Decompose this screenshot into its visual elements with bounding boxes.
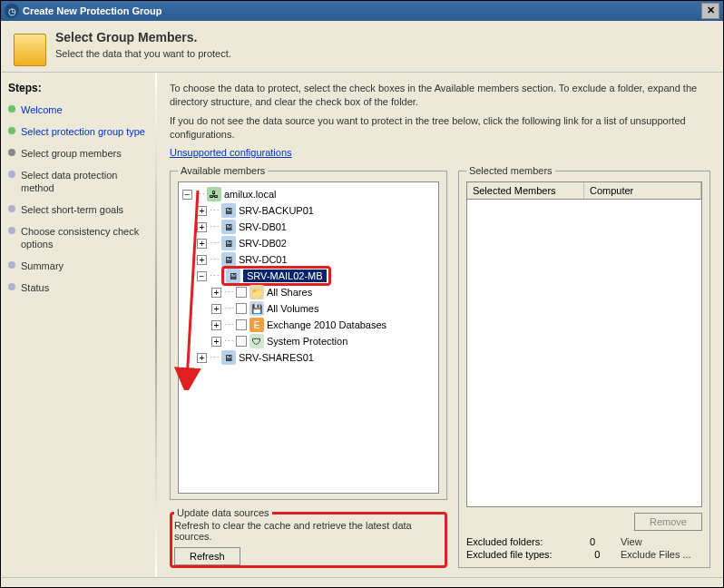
expand-icon[interactable]: − bbox=[182, 190, 192, 200]
tree-view[interactable]: −⋯🖧amilux.local+⋯🖥SRV-BACKUP01+⋯🖥SRV-DB0… bbox=[178, 181, 439, 494]
refresh-button[interactable]: Refresh bbox=[174, 547, 240, 565]
step-2: Select group members bbox=[21, 147, 122, 160]
intro-text-2: If you do not see the data source you wa… bbox=[170, 114, 710, 142]
exclude-files-link[interactable]: Exclude Files ... bbox=[621, 549, 702, 560]
checkbox[interactable] bbox=[236, 287, 247, 298]
step-0[interactable]: Welcome bbox=[21, 103, 63, 116]
step-7: Status bbox=[21, 281, 49, 294]
excluded-folders-count: 0 bbox=[568, 536, 595, 547]
checkbox[interactable] bbox=[236, 303, 247, 314]
server-icon: 🖥 bbox=[221, 350, 236, 365]
steps-sidebar: Steps: WelcomeSelect protection group ty… bbox=[1, 73, 155, 577]
tree-node[interactable]: SRV-BACKUP01 bbox=[239, 205, 314, 216]
tree-node[interactable]: SRV-DB01 bbox=[239, 221, 287, 232]
expand-icon[interactable]: − bbox=[197, 271, 207, 281]
expand-icon[interactable]: + bbox=[197, 222, 207, 232]
view-excluded-link[interactable]: View bbox=[621, 536, 702, 547]
sys-icon: 🛡 bbox=[249, 334, 264, 348]
expand-icon[interactable]: + bbox=[211, 320, 221, 330]
remove-button: Remove bbox=[634, 513, 702, 531]
checkbox[interactable] bbox=[236, 319, 247, 330]
update-text: Refresh to clear the cache and retrieve … bbox=[174, 520, 443, 542]
server-icon: 🖥 bbox=[221, 203, 236, 218]
expand-icon[interactable]: + bbox=[211, 288, 221, 298]
tree-node[interactable]: amilux.local bbox=[224, 189, 276, 200]
update-legend: Update data sources bbox=[174, 507, 272, 518]
excluded-types-label: Excluded file types: bbox=[466, 549, 553, 560]
window-title: Create New Protection Group bbox=[23, 5, 701, 16]
step-3: Select data protection method bbox=[21, 169, 148, 194]
tree-node[interactable]: All Volumes bbox=[267, 303, 318, 314]
tree-node[interactable]: SRV-SHARES01 bbox=[239, 352, 314, 363]
checkbox[interactable] bbox=[236, 336, 247, 347]
update-sources-box: Update data sources Refresh to clear the… bbox=[170, 507, 447, 568]
step-5: Choose consistency check options bbox=[21, 225, 148, 250]
exch-icon: E bbox=[249, 318, 264, 332]
available-legend: Available members bbox=[178, 165, 268, 176]
server-icon: 🖥 bbox=[221, 252, 236, 267]
tree-node[interactable]: System Protection bbox=[267, 336, 347, 347]
page-subtitle: Select the data that you want to protect… bbox=[55, 48, 231, 59]
page-header: Select Group Members. Select the data th… bbox=[1, 21, 723, 73]
tree-node[interactable]: Exchange 2010 Databases bbox=[267, 319, 386, 330]
expand-icon[interactable]: + bbox=[197, 353, 207, 363]
excluded-folders-label: Excluded folders: bbox=[466, 536, 543, 547]
intro-text-1: To choose the data to protect, select th… bbox=[170, 82, 710, 109]
vol-icon: 💾 bbox=[249, 301, 264, 316]
excluded-types-count: 0 bbox=[572, 549, 600, 560]
server-icon: 🖥 bbox=[221, 236, 236, 250]
expand-icon[interactable]: + bbox=[211, 337, 221, 347]
col-selected[interactable]: Selected Members bbox=[467, 182, 584, 199]
col-computer[interactable]: Computer bbox=[584, 182, 701, 199]
server-icon: 🖥 bbox=[226, 269, 240, 283]
page-title: Select Group Members. bbox=[55, 30, 231, 44]
tree-node[interactable]: All Shares bbox=[267, 287, 312, 298]
wizard-footer: < Back Next > Cancel Help bbox=[1, 577, 723, 588]
step-4: Select short-term goals bbox=[21, 203, 123, 216]
share-icon: 📁 bbox=[249, 285, 264, 299]
expand-icon[interactable]: + bbox=[197, 255, 207, 265]
folder-icon bbox=[14, 34, 46, 66]
tree-node-selected[interactable]: SRV-MAIL02-MB bbox=[243, 270, 327, 282]
selected-members-table[interactable]: Selected Members Computer bbox=[466, 181, 702, 507]
titlebar: ◷ Create New Protection Group ✕ bbox=[1, 1, 723, 21]
server-icon: 🖥 bbox=[221, 220, 236, 234]
selected-legend: Selected members bbox=[466, 165, 555, 176]
close-button[interactable]: ✕ bbox=[701, 3, 719, 19]
tree-node[interactable]: SRV-DC01 bbox=[239, 254, 288, 265]
domain-icon: 🖧 bbox=[207, 187, 221, 201]
app-icon: ◷ bbox=[5, 4, 19, 18]
steps-heading: Steps: bbox=[8, 82, 148, 94]
step-1[interactable]: Select protection group type bbox=[21, 125, 145, 138]
expand-icon[interactable]: + bbox=[197, 206, 207, 216]
expand-icon[interactable]: + bbox=[197, 239, 207, 249]
unsupported-config-link[interactable]: Unsupported configurations bbox=[170, 147, 710, 158]
expand-icon[interactable]: + bbox=[211, 304, 221, 314]
step-6: Summary bbox=[21, 260, 64, 272]
tree-node[interactable]: SRV-DB02 bbox=[239, 238, 287, 249]
